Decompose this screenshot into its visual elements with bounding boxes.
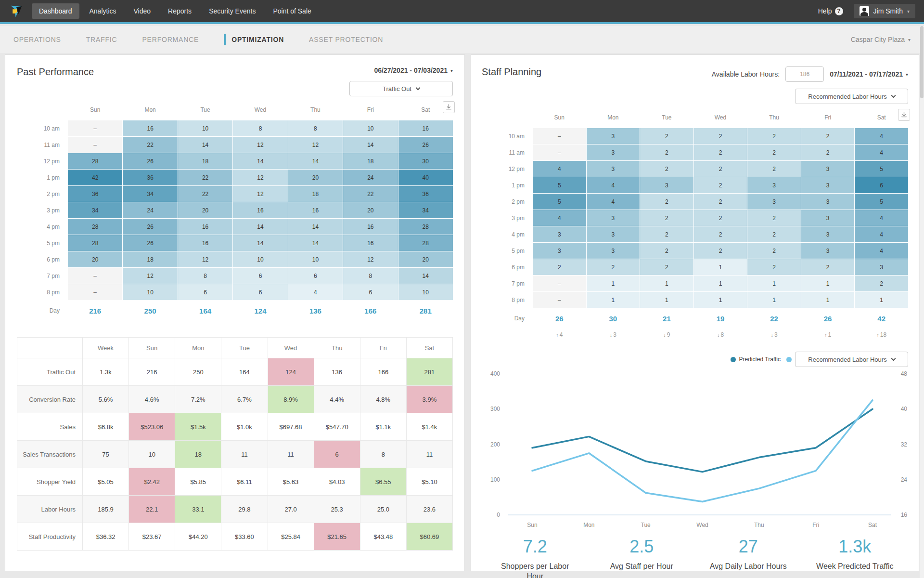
heatmap-cell: 2 — [747, 243, 801, 259]
heatmap-cell: 3 — [587, 243, 640, 259]
export-icon[interactable] — [898, 109, 910, 121]
day-delta: ↑18 — [855, 329, 908, 341]
past-date-range-picker[interactable]: 06/27/2021 - 07/03/2021 ▾ — [374, 66, 453, 74]
time-label: 6 pm — [17, 251, 67, 267]
past-metric-select[interactable]: Traffic Out — [349, 81, 453, 96]
day-header: Thu — [747, 112, 801, 123]
day-header: Wed — [233, 104, 287, 116]
nav-item-analytics[interactable]: Analytics — [82, 3, 124, 19]
heatmap-cell: 6 — [178, 284, 232, 300]
heatmap-cell: 4 — [855, 210, 908, 226]
heatmap-cell: 3 — [855, 259, 908, 275]
help-link[interactable]: Help ? — [818, 7, 843, 15]
past-metric-value: Traffic Out — [383, 85, 411, 92]
heatmap-cell: 2 — [587, 259, 640, 275]
metrics-cell: 25.0 — [360, 496, 406, 523]
store-selector[interactable]: Caspar City Plaza ▾ — [851, 36, 911, 43]
day-header: Wed — [694, 112, 747, 123]
right-axis-tick: 48 — [901, 370, 908, 377]
scrollbar[interactable] — [920, 26, 924, 578]
tab-traffic[interactable]: TRAFFIC — [86, 34, 117, 45]
x-axis-label: Fri — [812, 522, 819, 528]
heatmap-cell: 2 — [694, 226, 747, 242]
tab-asset-protection[interactable]: ASSET PROTECTION — [309, 34, 383, 45]
nav-item-point-of-sale[interactable]: Point of Sale — [266, 3, 318, 19]
tab-operations[interactable]: OPERATIONS — [13, 34, 61, 45]
heatmap-cell: 14 — [178, 137, 232, 153]
export-icon[interactable] — [443, 101, 455, 113]
metrics-cell: $33.60 — [221, 523, 267, 550]
heatmap-cell: 3 — [587, 128, 640, 144]
available-labor-hours-input[interactable] — [785, 66, 824, 82]
heatmap-cell: 16 — [343, 219, 398, 235]
day-header: Mon — [123, 104, 177, 116]
heatmap-cell: 16 — [178, 235, 232, 251]
nav-item-reports[interactable]: Reports — [161, 3, 199, 19]
time-label: 8 pm — [17, 284, 67, 300]
heatmap-cell: 1 — [747, 292, 801, 308]
metrics-cell: $6.8k — [83, 413, 128, 440]
tab-optimization[interactable]: OPTIMIZATION — [224, 34, 284, 45]
heatmap-cell: 3 — [801, 226, 855, 242]
metrics-cell: 10 — [129, 441, 175, 468]
metrics-cell: $5.05 — [83, 468, 128, 495]
day-delta: ↓9 — [640, 329, 693, 341]
heatmap-cell: – — [68, 268, 122, 284]
heatmap-cell: 14 — [233, 219, 287, 235]
x-axis-label: Sat — [868, 522, 877, 528]
heatmap-cell: 20 — [288, 170, 343, 185]
time-label: 4 pm — [482, 226, 532, 242]
nav-item-video[interactable]: Video — [127, 3, 158, 19]
heatmap-cell: 26 — [398, 137, 453, 153]
metrics-cell: 250 — [175, 358, 221, 385]
time-label: 6 pm — [482, 259, 532, 275]
heatmap-cell: 4 — [587, 194, 640, 210]
heatmap-cell: 1 — [801, 292, 855, 308]
heatmap-cell: 16 — [233, 202, 287, 218]
time-label: 11 am — [482, 144, 532, 160]
heatmap-cell: 1 — [640, 276, 693, 291]
left-axis-tick: 0 — [497, 512, 500, 518]
time-label: 3 pm — [17, 202, 67, 218]
heatmap-cell: 20 — [343, 202, 398, 218]
metrics-cell: 6 — [314, 441, 360, 468]
day-total: 124 — [233, 301, 287, 321]
past-performance-panel: Past Performance 06/27/2021 - 07/03/2021… — [5, 54, 465, 571]
time-label: 7 pm — [17, 268, 67, 284]
delta-value: 18 — [880, 331, 886, 338]
day-delta: ↓3 — [747, 329, 801, 341]
heatmap-cell: – — [68, 120, 122, 136]
heatmap-cell: 1 — [640, 292, 693, 308]
heatmap-cell: 18 — [123, 251, 177, 267]
chart-legend: Predicted Traffic Recommended Labor Hour… — [482, 352, 908, 367]
nav-item-security-events[interactable]: Security Events — [202, 3, 263, 19]
metrics-cell: $2.42 — [129, 468, 175, 495]
metrics-cell: 5.6% — [83, 386, 128, 413]
heatmap-cell: 2 — [855, 276, 908, 291]
series-select[interactable]: Recommended Labor Hours — [795, 352, 908, 367]
metrics-cell: 124 — [268, 358, 314, 385]
heatmap-cell: 2 — [694, 194, 747, 210]
tab-performance[interactable]: PERFORMANCE — [142, 34, 199, 45]
right-axis-tick: 16 — [901, 512, 908, 518]
nav-item-dashboard[interactable]: Dashboard — [32, 3, 79, 19]
heatmap-cell: 8 — [343, 268, 398, 284]
metrics-cell: 8 — [360, 441, 406, 468]
scrollbar-thumb[interactable] — [920, 26, 924, 98]
chevron-down-icon — [891, 356, 896, 361]
heatmap-cell: 1 — [747, 276, 801, 291]
staff-planning-title: Staff Planning — [482, 66, 541, 78]
heatmap-cell: 1 — [694, 259, 747, 275]
day-total: 164 — [178, 301, 232, 321]
plan-date-range-picker[interactable]: 07/11/2021 - 07/17/2021 ▾ — [830, 70, 908, 78]
day-header: Fri — [343, 104, 398, 116]
row-label: Staff Productivity — [17, 523, 82, 550]
delta-value: 8 — [720, 331, 724, 338]
plan-mode-select[interactable]: Recommended Labor Hours — [795, 89, 908, 104]
user-name: Jim Smith — [873, 7, 903, 15]
user-menu[interactable]: Jim Smith ▾ — [854, 4, 915, 18]
logo[interactable] — [9, 3, 25, 19]
heatmap-cell: 5 — [855, 161, 908, 177]
heatmap-cell: 28 — [68, 153, 122, 169]
heatmap-cell: 12 — [123, 268, 177, 284]
